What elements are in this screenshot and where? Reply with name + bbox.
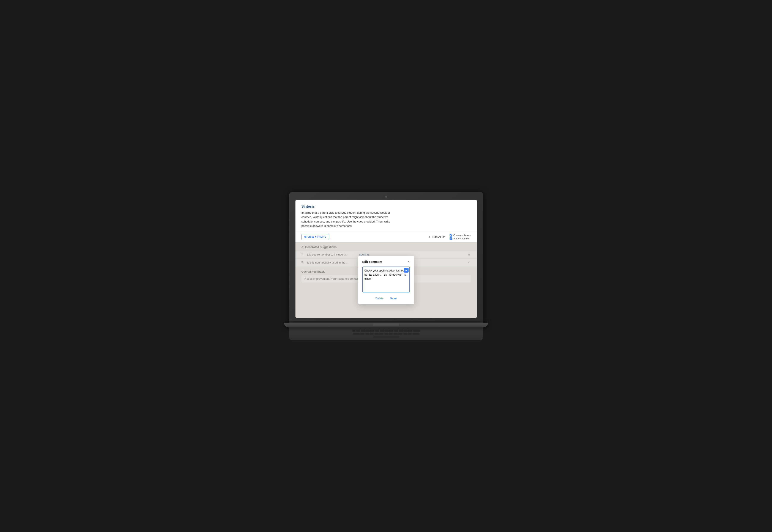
key-row-2	[353, 333, 419, 335]
camera	[385, 196, 387, 198]
turn-ai-off-button[interactable]: ✦ Turn AI Off	[428, 235, 445, 239]
key	[352, 330, 355, 332]
modal-title: Edit comment	[362, 260, 382, 264]
screen-bezel: Síntesis Imagine that a parent calls a c…	[289, 192, 483, 321]
comment-boxes-checkbox[interactable]	[450, 234, 452, 237]
key	[408, 333, 412, 335]
modal-header: Edit comment ×	[362, 260, 410, 264]
key	[413, 330, 420, 332]
external-link-icon: ⧉	[304, 235, 306, 239]
keyboard-area	[289, 327, 483, 340]
key	[412, 333, 419, 335]
modal-comment-textarea[interactable]: Check your spelling. Also, It should be …	[362, 267, 410, 292]
spacebar-key[interactable]	[373, 336, 399, 338]
key	[356, 330, 360, 332]
main-content: AI-Generated Suggestions 1. Did you reme…	[295, 242, 477, 318]
modal-delete-button[interactable]: Delete	[376, 297, 384, 300]
key	[384, 333, 388, 335]
trackpad[interactable]	[373, 324, 399, 326]
key	[370, 333, 374, 335]
key	[403, 333, 407, 335]
key	[399, 330, 403, 332]
laptop-hinge	[289, 321, 483, 323]
key	[379, 333, 384, 335]
key	[361, 330, 365, 332]
sparkle-icon: ✦	[428, 235, 431, 239]
key	[353, 333, 360, 335]
student-names-checkbox-item[interactable]: Student names	[450, 237, 470, 240]
modal-overlay: Edit comment × Check your spelling. Also…	[295, 242, 477, 318]
modal-close-button[interactable]: ×	[408, 260, 410, 264]
toolbar-right: ✦ Turn AI Off Comment boxes Student name…	[428, 234, 470, 240]
modal-save-button[interactable]: Save	[390, 297, 396, 300]
comment-boxes-label: Comment boxes	[453, 234, 470, 237]
key	[393, 333, 398, 335]
laptop-base	[284, 323, 488, 327]
screen: Síntesis Imagine that a parent calls a c…	[295, 200, 477, 318]
student-names-label: Student names	[453, 237, 469, 240]
key	[375, 330, 379, 332]
key-row-1	[352, 330, 420, 332]
key	[380, 330, 384, 332]
key	[408, 330, 412, 332]
key-row-3	[373, 336, 399, 338]
modal-actions: Delete Save	[362, 297, 410, 300]
key	[403, 330, 408, 332]
edit-comment-modal: Edit comment × Check your spelling. Also…	[358, 256, 414, 304]
key	[389, 333, 393, 335]
page-header: Síntesis Imagine that a parent calls a c…	[295, 200, 477, 232]
key	[360, 333, 365, 335]
toolbar: ⧉ VIEW ACTIVITY ✦ Turn AI Off Comment bo…	[295, 232, 477, 242]
key	[365, 330, 370, 332]
laptop-frame: Síntesis Imagine that a parent calls a c…	[289, 192, 483, 340]
accent-badge[interactable]: á	[404, 268, 409, 273]
key	[384, 330, 389, 332]
view-activity-label: VIEW ACTIVITY	[308, 236, 326, 238]
key	[370, 330, 374, 332]
checkboxes-group: Comment boxes Student names	[450, 234, 470, 240]
page-title: Síntesis	[302, 205, 471, 208]
comment-boxes-checkbox-item[interactable]: Comment boxes	[450, 234, 470, 237]
page-description: Imagine that a parent calls a college st…	[302, 211, 401, 228]
view-activity-button[interactable]: ⧉ VIEW ACTIVITY	[302, 234, 329, 240]
key	[374, 333, 379, 335]
key	[365, 333, 369, 335]
key	[389, 330, 393, 332]
turn-ai-off-label: Turn AI Off	[432, 235, 445, 238]
key	[398, 333, 403, 335]
modal-textarea-wrapper: Check your spelling. Also, It should be …	[362, 267, 410, 293]
key	[394, 330, 398, 332]
student-names-checkbox[interactable]	[450, 237, 452, 240]
